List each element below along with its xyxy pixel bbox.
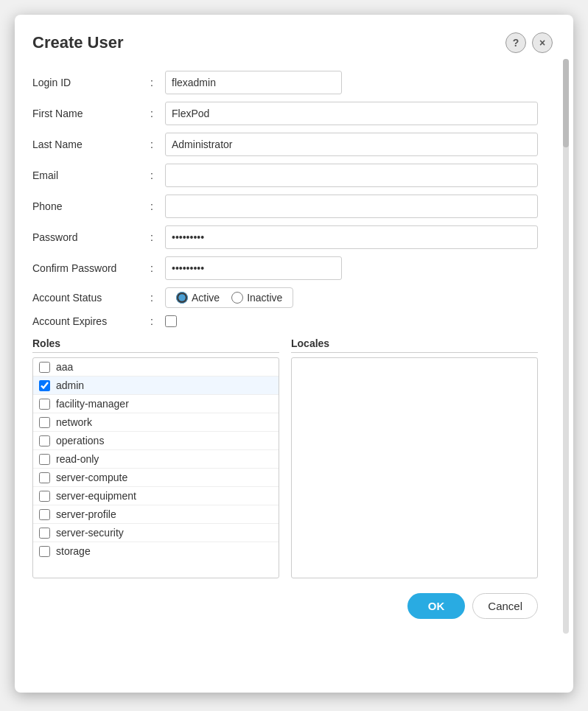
password-input[interactable] bbox=[165, 225, 538, 249]
colon-1: : bbox=[150, 77, 165, 88]
list-item[interactable]: network bbox=[33, 413, 279, 432]
role-checkbox[interactable] bbox=[39, 491, 50, 502]
list-item[interactable]: admin bbox=[33, 376, 279, 395]
confirm-password-input[interactable] bbox=[165, 256, 342, 280]
header-actions: ? × bbox=[505, 32, 553, 53]
colon-2: : bbox=[150, 108, 165, 119]
active-radio[interactable] bbox=[176, 292, 188, 304]
colon-6: : bbox=[150, 231, 165, 243]
colon-7: : bbox=[150, 262, 165, 274]
colon-3: : bbox=[150, 139, 165, 150]
colon-5: : bbox=[150, 200, 165, 212]
form-body: Login ID : First Name : Last Name : Emai… bbox=[32, 71, 553, 578]
active-radio-label[interactable]: Active bbox=[176, 292, 220, 304]
locales-panel: Locales bbox=[291, 337, 538, 578]
last-name-row: Last Name : bbox=[32, 133, 538, 156]
colon-9: : bbox=[150, 315, 165, 327]
dialog-header: Create User ? × bbox=[32, 32, 553, 53]
phone-row: Phone : bbox=[32, 195, 538, 218]
help-button[interactable]: ? bbox=[505, 32, 526, 53]
inactive-radio-label[interactable]: Inactive bbox=[231, 292, 282, 304]
role-name: read-only bbox=[56, 453, 99, 465]
colon-8: : bbox=[150, 292, 165, 304]
account-expires-label: Account Expires bbox=[32, 315, 150, 327]
role-checkbox[interactable] bbox=[39, 435, 50, 446]
role-name: server-equipment bbox=[56, 490, 136, 502]
password-label: Password bbox=[32, 231, 150, 243]
phone-input[interactable] bbox=[165, 195, 538, 218]
first-name-row: First Name : bbox=[32, 102, 538, 125]
role-name: aaa bbox=[56, 361, 73, 373]
login-id-row: Login ID : bbox=[32, 71, 538, 94]
role-checkbox[interactable] bbox=[39, 399, 50, 410]
last-name-label: Last Name bbox=[32, 139, 150, 150]
password-row: Password : bbox=[32, 225, 538, 249]
inactive-radio-text: Inactive bbox=[247, 292, 282, 304]
account-expires-checkbox[interactable] bbox=[165, 315, 177, 327]
role-checkbox[interactable] bbox=[39, 546, 50, 557]
create-user-dialog: Create User ? × Login ID : First Name : … bbox=[15, 15, 573, 693]
account-expires-row: Account Expires : bbox=[32, 315, 538, 327]
roles-list[interactable]: aaaadminfacility-managernetworkoperation… bbox=[32, 357, 279, 578]
list-item[interactable]: server-profile bbox=[33, 505, 279, 524]
role-checkbox[interactable] bbox=[39, 509, 50, 520]
account-status-container: Active Inactive bbox=[165, 287, 293, 308]
active-radio-text: Active bbox=[192, 292, 220, 304]
role-checkbox[interactable] bbox=[39, 362, 50, 373]
role-name: network bbox=[56, 416, 92, 428]
role-checkbox[interactable] bbox=[39, 417, 50, 428]
list-item[interactable]: operations bbox=[33, 432, 279, 450]
list-item[interactable]: aaa bbox=[33, 358, 279, 376]
first-name-input[interactable] bbox=[165, 102, 538, 125]
dialog-title: Create User bbox=[32, 33, 124, 52]
last-name-input[interactable] bbox=[165, 133, 538, 156]
account-status-label: Account Status bbox=[32, 292, 150, 304]
role-name: storage bbox=[56, 545, 91, 557]
roles-title: Roles bbox=[32, 337, 279, 353]
confirm-password-label: Confirm Password bbox=[32, 262, 150, 274]
role-name: facility-manager bbox=[56, 398, 129, 410]
login-id-input[interactable] bbox=[165, 71, 342, 94]
email-row: Email : bbox=[32, 164, 538, 187]
dialog-footer: OK Cancel bbox=[32, 593, 553, 619]
inactive-radio[interactable] bbox=[231, 292, 243, 304]
locales-title: Locales bbox=[291, 337, 538, 353]
first-name-label: First Name bbox=[32, 108, 150, 119]
role-checkbox[interactable] bbox=[39, 528, 50, 539]
role-name: server-security bbox=[56, 527, 124, 539]
close-button[interactable]: × bbox=[532, 32, 553, 53]
phone-label: Phone bbox=[32, 200, 150, 212]
list-item[interactable]: server-compute bbox=[33, 469, 279, 487]
role-checkbox[interactable] bbox=[39, 472, 50, 483]
list-item[interactable]: facility-manager bbox=[33, 395, 279, 413]
locales-box bbox=[291, 357, 538, 578]
ok-button[interactable]: OK bbox=[407, 593, 466, 619]
list-item[interactable]: read-only bbox=[33, 450, 279, 469]
list-item[interactable]: server-equipment bbox=[33, 487, 279, 505]
list-item[interactable]: server-security bbox=[33, 524, 279, 542]
cancel-button[interactable]: Cancel bbox=[472, 593, 538, 619]
email-input[interactable] bbox=[165, 164, 538, 187]
account-status-row: Account Status : Active Inactive bbox=[32, 287, 538, 308]
list-item[interactable]: storage bbox=[33, 542, 279, 560]
login-id-label: Login ID bbox=[32, 77, 150, 88]
role-checkbox[interactable] bbox=[39, 454, 50, 465]
role-name: server-compute bbox=[56, 472, 127, 483]
role-checkbox[interactable] bbox=[39, 380, 50, 391]
roles-locales-section: Roles aaaadminfacility-managernetworkope… bbox=[32, 337, 538, 578]
role-name: admin bbox=[56, 379, 84, 391]
email-label: Email bbox=[32, 169, 150, 181]
roles-panel: Roles aaaadminfacility-managernetworkope… bbox=[32, 337, 279, 578]
role-name: operations bbox=[56, 435, 104, 446]
role-name: server-profile bbox=[56, 508, 116, 520]
confirm-password-row: Confirm Password : bbox=[32, 256, 538, 280]
colon-4: : bbox=[150, 169, 165, 181]
